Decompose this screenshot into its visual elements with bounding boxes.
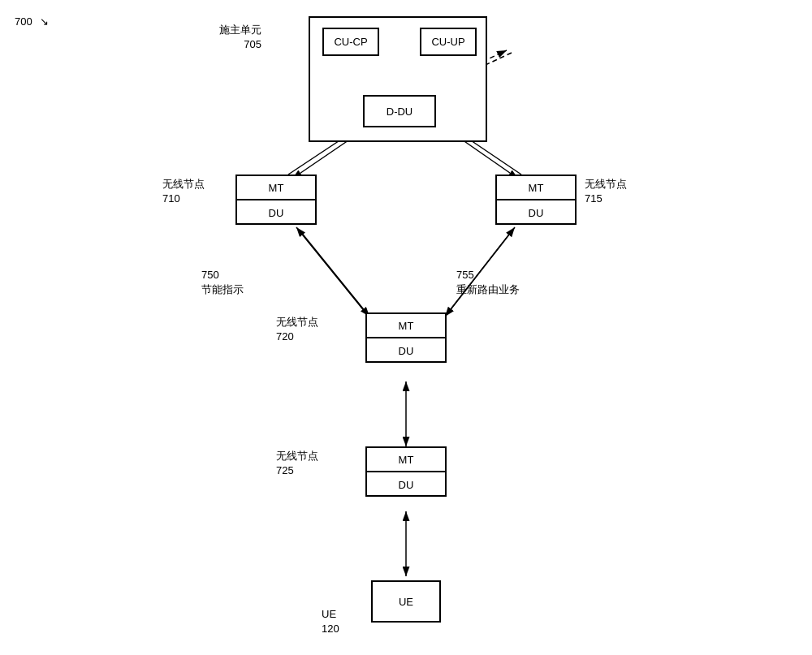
annotation-755: 755 重新路由业务 <box>456 268 520 297</box>
wn720-box: MT DU <box>365 312 447 363</box>
ue-label-visible: UE 120 <box>322 607 339 636</box>
d-du-box: D-DU <box>363 95 436 127</box>
donor-unit-box: CU-CP CU-UP D-DU <box>309 16 487 142</box>
cu-up-box: CU-UP <box>420 28 477 56</box>
cu-cp-box: CU-CP <box>322 28 379 56</box>
diagram: 700 ↘ <box>0 0 812 655</box>
wn710-box: MT DU <box>235 175 317 225</box>
wn710-mt: MT <box>237 176 315 200</box>
wn720-du: DU <box>367 338 445 363</box>
ue-box: UE <box>371 580 441 623</box>
donor-label: 施主单元 705 <box>219 23 261 52</box>
wn715-label: 无线节点 715 <box>585 177 627 206</box>
wn720-mt: MT <box>367 314 445 338</box>
wn715-du: DU <box>497 200 575 225</box>
svg-line-12 <box>300 231 369 317</box>
wn715-box: MT DU <box>495 175 577 225</box>
wn725-label: 无线节点 725 <box>276 449 318 478</box>
wn710-label: 无线节点 710 <box>162 177 205 206</box>
annotation-750: 750 节能指示 <box>201 268 244 297</box>
wn725-du: DU <box>367 472 445 497</box>
wn725-mt: MT <box>367 448 445 472</box>
wn715-mt: MT <box>497 176 575 200</box>
wn725-box: MT DU <box>365 446 447 497</box>
wn720-label: 无线节点 720 <box>276 315 318 344</box>
svg-line-13 <box>296 227 365 312</box>
diagram-id: 700 ↘ <box>15 15 49 29</box>
wn710-du: DU <box>237 200 315 225</box>
